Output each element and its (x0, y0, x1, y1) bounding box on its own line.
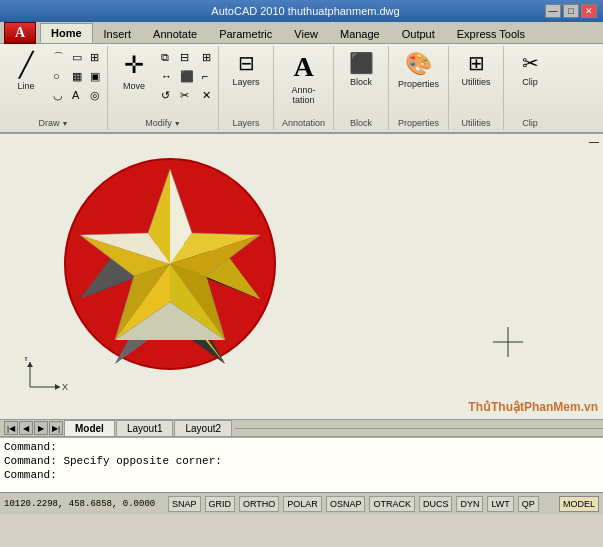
array-button[interactable]: ⊞ (199, 48, 214, 66)
qp-button[interactable]: QP (518, 496, 539, 512)
command-line-3: Command: (4, 468, 599, 482)
properties-button[interactable]: 🎨 Properties (397, 48, 441, 92)
block-button[interactable]: ⬛ Block (339, 48, 383, 90)
modify-col2: ⊟ ⬛ ✂ (177, 48, 197, 104)
block-label: Block (350, 77, 372, 87)
layout-nav-first[interactable]: |◀ (4, 421, 18, 435)
text-button[interactable]: A (69, 86, 85, 104)
layout-nav-last[interactable]: ▶| (49, 421, 63, 435)
region-icon: ◎ (90, 89, 100, 102)
layout-nav-next[interactable]: ▶ (34, 421, 48, 435)
gradient-icon: ▣ (90, 70, 100, 83)
annotation-group-label: Annotation (278, 118, 329, 128)
fillet-button[interactable]: ⌐ (199, 67, 214, 85)
close-button[interactable]: ✕ (581, 4, 597, 18)
line-icon: ╱ (19, 51, 33, 79)
command-area[interactable]: Command: Command: Specify opposite corne… (0, 437, 603, 492)
move-button[interactable]: ✛ Move (112, 48, 156, 94)
gradient-button[interactable]: ▣ (87, 67, 103, 85)
stretch-button[interactable]: ↔ (158, 67, 175, 85)
draw-dropdown-arrow: ▼ (62, 120, 69, 127)
ribbon-group-draw: ╱ Line ⌒ ○ ◡ ▭ ▦ A ⊞ ▣ ◎ Draw ▼ (0, 46, 108, 130)
model-button[interactable]: MODEL (559, 496, 599, 512)
utilities-button[interactable]: ⊞ Utilities (454, 48, 498, 90)
dyn-button[interactable]: DYN (456, 496, 483, 512)
title-bar-controls: — □ ✕ (545, 4, 597, 18)
ribbon: ╱ Line ⌒ ○ ◡ ▭ ▦ A ⊞ ▣ ◎ Draw ▼ (0, 44, 603, 134)
region-button[interactable]: ◎ (87, 86, 103, 104)
modify-dropdown-arrow: ▼ (174, 120, 181, 127)
annotation-button[interactable]: A Anno-tation (282, 48, 326, 108)
minimize-button[interactable]: — (545, 4, 561, 18)
layout-nav-prev[interactable]: ◀ (19, 421, 33, 435)
layers-button[interactable]: ⊟ Layers (224, 48, 268, 90)
tab-insert[interactable]: Insert (93, 23, 143, 43)
app-button[interactable]: A (4, 22, 36, 44)
maximize-button[interactable]: □ (563, 4, 579, 18)
hatch-button[interactable]: ▦ (69, 67, 85, 85)
clip-button[interactable]: ✂ Clip (508, 48, 552, 90)
scale-button[interactable]: ⬛ (177, 67, 197, 85)
mirror-button[interactable]: ⊟ (177, 48, 197, 66)
crosshair (493, 327, 523, 359)
text-icon: A (72, 89, 79, 101)
fillet-icon: ⌐ (202, 70, 208, 82)
tab-view[interactable]: View (283, 23, 329, 43)
clip-icon: ✂ (522, 51, 539, 75)
ribbon-group-block: ⬛ Block Block (334, 46, 389, 130)
grid-button[interactable]: GRID (205, 496, 236, 512)
annotation-label: Anno-tation (291, 85, 315, 105)
arc-button[interactable]: ◡ (50, 86, 67, 104)
tab-output[interactable]: Output (391, 23, 446, 43)
circle-button[interactable]: ○ (50, 67, 67, 85)
erase-button[interactable]: ✕ (199, 86, 214, 104)
tab-annotate[interactable]: Annotate (142, 23, 208, 43)
properties-icon: 🎨 (405, 51, 432, 77)
modify-group-content: ✛ Move ⧉ ↔ ↺ ⊟ ⬛ ✂ ⊞ ⌐ ✕ (112, 48, 214, 116)
polar-button[interactable]: POLAR (283, 496, 322, 512)
drawing-canvas[interactable]: — (0, 134, 603, 419)
canvas-minimize[interactable]: — (589, 136, 599, 147)
ducs-button[interactable]: DUCS (419, 496, 453, 512)
otrack-button[interactable]: OTRACK (369, 496, 415, 512)
clip-group-label: Clip (508, 118, 552, 128)
tab-express-tools[interactable]: Express Tools (446, 23, 536, 43)
properties-label: Properties (398, 79, 439, 89)
tab-parametric[interactable]: Parametric (208, 23, 283, 43)
utilities-group-label: Utilities (453, 118, 499, 128)
circle-icon: ○ (53, 70, 60, 82)
modify-col3: ⊞ ⌐ ✕ (199, 48, 214, 104)
copy-button[interactable]: ⧉ (158, 48, 175, 66)
layers-label: Layers (232, 77, 259, 87)
hatch-icon: ▦ (72, 70, 82, 83)
tab-manage[interactable]: Manage (329, 23, 391, 43)
rotate-button[interactable]: ↺ (158, 86, 175, 104)
svg-text:X: X (62, 382, 68, 392)
lwt-button[interactable]: LWT (487, 496, 513, 512)
line-button[interactable]: ╱ Line (4, 48, 48, 94)
move-ref-button[interactable]: ⊞ (87, 48, 103, 66)
app-logo: A (15, 25, 25, 41)
axis-svg: X Y (20, 357, 70, 397)
tab-model[interactable]: Model (64, 420, 115, 436)
move-icon: ✛ (124, 51, 144, 79)
ribbon-group-utilities: ⊞ Utilities Utilities (449, 46, 504, 130)
tab-home[interactable]: Home (40, 23, 93, 43)
draw-group-content: ╱ Line ⌒ ○ ◡ ▭ ▦ A ⊞ ▣ ◎ (4, 48, 103, 116)
tab-layout1[interactable]: Layout1 (116, 420, 174, 436)
modify-group-label[interactable]: Modify ▼ (112, 118, 214, 128)
draw-small-col1: ⌒ ○ ◡ (50, 48, 67, 104)
clip-group-content: ✂ Clip (508, 48, 552, 116)
scale-icon: ⬛ (180, 70, 194, 83)
tab-layout2[interactable]: Layout2 (174, 420, 232, 436)
snap-button[interactable]: SNAP (168, 496, 201, 512)
ribbon-group-modify: ✛ Move ⧉ ↔ ↺ ⊟ ⬛ ✂ ⊞ ⌐ ✕ Modify ▼ (108, 46, 219, 130)
polyline-button[interactable]: ⌒ (50, 48, 67, 66)
ortho-button[interactable]: ORTHO (239, 496, 279, 512)
osnap-button[interactable]: OSNAP (326, 496, 366, 512)
utilities-icon: ⊞ (468, 51, 485, 75)
draw-group-label[interactable]: Draw ▼ (4, 118, 103, 128)
rect-button[interactable]: ▭ (69, 48, 85, 66)
rect-icon: ▭ (72, 51, 82, 64)
trim-button[interactable]: ✂ (177, 86, 197, 104)
